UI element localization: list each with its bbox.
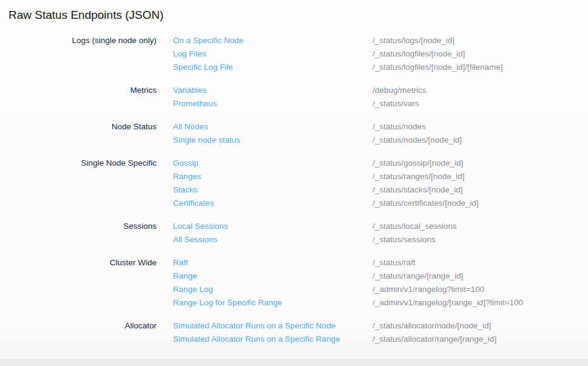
endpoint-link[interactable]: Variables [173,84,373,97]
endpoint-path: /_status/raft [373,256,588,269]
endpoint-path: /_status/certificates/[node_id] [373,197,588,210]
endpoint-link[interactable]: Raft [173,256,373,269]
endpoint-path-list: /_status/allocator/node/[node_id]/_statu… [373,319,588,346]
endpoint-path-list: /debug/metrics/_status/vars [373,84,588,110]
category-label: Metrics [8,84,157,97]
endpoint-path: /_status/ranges/[node_id] [373,170,588,183]
endpoint-link[interactable]: Log Files [173,47,373,61]
endpoint-group: Metrics VariablesPrometheus /debug/metri… [0,84,588,110]
endpoint-path: /_status/nodes/[node_id] [373,134,588,147]
endpoint-groups: Logs (single node only) On a Specific No… [0,34,588,346]
endpoint-link[interactable]: Local Sessions [173,220,373,233]
endpoint-link[interactable]: Certificates [173,197,373,210]
endpoint-group: Logs (single node only) On a Specific No… [0,34,588,74]
category-label: Single Node Specific [8,157,157,170]
category-label: Allocator [8,319,157,333]
endpoint-group: Node Status All NodesSingle node status … [0,120,588,147]
endpoint-link[interactable]: Simulated Allocator Runs on a Specific R… [173,333,373,346]
category-label: Cluster Wide [8,256,157,269]
endpoint-group: Allocator Simulated Allocator Runs on a … [0,319,588,346]
endpoint-path: /_status/vars [373,97,588,110]
endpoint-link[interactable]: Prometheus [173,97,373,110]
endpoint-path-list: /_status/raft/_status/range/[range_id]/_… [373,256,588,310]
endpoint-path: /_status/allocator/node/[node_id] [373,319,588,333]
debug-endpoints-page: Raw Status Endpoints (JSON) Logs (single… [0,0,588,366]
category-label: Node Status [8,120,157,134]
endpoint-link-list: VariablesPrometheus [157,84,373,110]
endpoint-link[interactable]: All Sessions [173,233,373,246]
endpoint-link[interactable]: Simulated Allocator Runs on a Specific N… [173,319,373,333]
endpoint-link[interactable]: Range [173,269,373,283]
endpoint-group: Cluster Wide RaftRangeRange LogRange Log… [0,256,588,310]
endpoint-link[interactable]: Specific Log File [173,61,373,74]
endpoint-link[interactable]: Stacks [173,183,373,197]
endpoint-path: /_status/nodes [373,120,588,134]
endpoint-link-list: Local SessionsAll Sessions [157,220,373,246]
endpoint-path: /_status/logs/[node_id] [373,34,588,47]
endpoint-path-list: /_status/nodes/_status/nodes/[node_id] [373,120,588,147]
endpoint-path: /_status/logfiles/[node_id]/[filename] [373,61,588,74]
page-content: Raw Status Endpoints (JSON) Logs (single… [0,0,588,359]
endpoint-link[interactable]: Ranges [173,170,373,183]
endpoint-path: /_status/logfiles/[node_id] [373,47,588,61]
page-title: Raw Status Endpoints (JSON) [0,0,588,22]
endpoint-path: /debug/metrics [373,84,588,97]
category-label: Sessions [8,220,157,233]
endpoint-path-list: /_status/gossip/[node_id]/_status/ranges… [373,157,588,210]
endpoint-link[interactable]: Single node status [173,134,373,147]
endpoint-link-list: Simulated Allocator Runs on a Specific N… [157,319,373,346]
endpoint-path: /_status/local_sessions [373,220,588,233]
endpoint-link-list: GossipRangesStacksCertificates [157,157,373,210]
endpoint-path-list: /_status/local_sessions/_status/sessions [373,220,588,246]
endpoint-link-list: RaftRangeRange LogRange Log for Specific… [157,256,373,310]
endpoint-link-list: On a Specific NodeLog FilesSpecific Log … [157,34,373,74]
endpoint-path: /_status/range/[range_id] [373,269,588,283]
category-label: Logs (single node only) [8,34,157,47]
endpoint-path: /_admin/v1/rangelog/[range_id]?limit=100 [373,296,588,310]
endpoint-group: Single Node Specific GossipRangesStacksC… [0,157,588,210]
endpoint-path: /_status/allocator/range/[range_id] [373,333,588,346]
endpoint-link-list: All NodesSingle node status [157,120,373,147]
endpoint-path: /_status/stacks/[node_id] [373,183,588,197]
endpoint-link[interactable]: On a Specific Node [173,34,373,47]
endpoint-link[interactable]: Range Log [173,283,373,296]
endpoint-link[interactable]: Range Log for Specific Range [173,296,373,310]
endpoint-path: /_admin/v1/rangelog?limit=100 [373,283,588,296]
endpoint-path-list: /_status/logs/[node_id]/_status/logfiles… [373,34,588,74]
endpoint-path: /_status/sessions [373,233,588,246]
endpoint-link[interactable]: Gossip [173,157,373,170]
bottom-edge-bar [0,359,588,366]
endpoint-path: /_status/gossip/[node_id] [373,157,588,170]
endpoint-link[interactable]: All Nodes [173,120,373,134]
endpoint-group: Sessions Local SessionsAll Sessions /_st… [0,220,588,246]
